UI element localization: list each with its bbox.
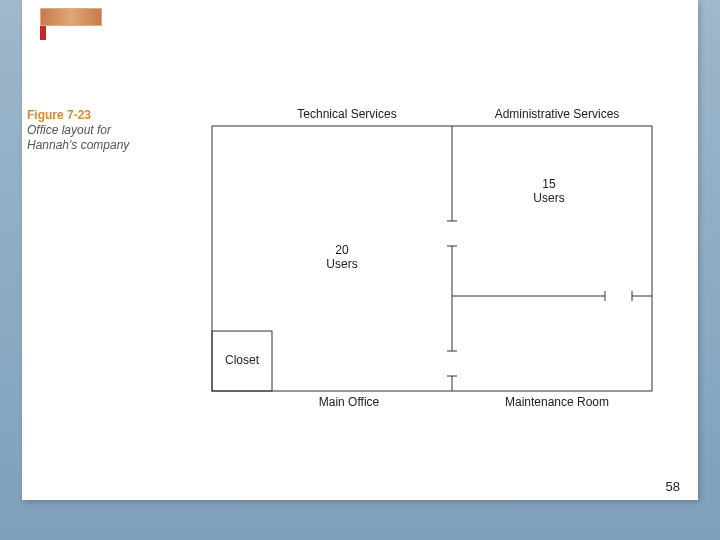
tech-users-count: 20 [335,243,349,257]
slide-backdrop: Figure 7-23 Office layout for Hannah's c… [0,0,720,540]
decoration-red-bar [40,26,46,40]
figure-caption: Figure 7-23 Office layout for Hannah's c… [27,108,152,153]
page-number: 58 [666,479,680,494]
figure-title: Office layout for Hannah's company [27,123,129,152]
tech-users-word: Users [326,257,357,271]
outer-wall [212,126,652,391]
label-administrative-services: Administrative Services [495,107,620,121]
label-closet: Closet [225,353,260,367]
admin-users-word: Users [533,191,564,205]
admin-users-count: 15 [542,177,556,191]
floor-plan-diagram: Technical Services Administrative Servic… [187,106,667,411]
decoration-band [40,8,102,26]
label-technical-services: Technical Services [297,107,396,121]
label-maintenance-room: Maintenance Room [505,395,609,409]
slide-decoration [40,8,100,38]
figure-number: Figure 7-23 [27,108,91,122]
slide-card: Figure 7-23 Office layout for Hannah's c… [22,0,698,500]
label-main-office: Main Office [319,395,380,409]
